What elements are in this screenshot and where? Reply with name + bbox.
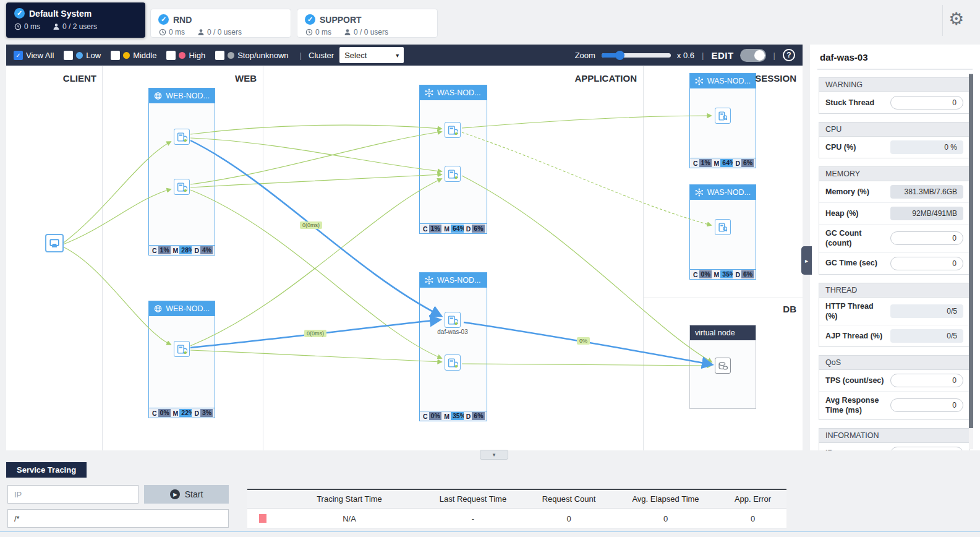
metric-label: HTTP Thread (%)	[825, 301, 887, 322]
edge-label: 0(0ms)	[300, 221, 322, 229]
checkbox-stop-unknown[interactable]: ✓	[215, 51, 224, 60]
web-node-group-2[interactable]: WEB-NOD... C0% M22% D3%	[148, 301, 215, 418]
session-instance-icon[interactable]	[715, 219, 731, 235]
section-header: QoS	[819, 356, 969, 370]
settings-gear-icon[interactable]: ⚙	[948, 11, 964, 28]
filter-low[interactable]: ✓ Low	[64, 51, 101, 60]
edit-toggle[interactable]	[740, 49, 766, 62]
was-node-group-2[interactable]: WAS-NOD... C0% M35% D6%	[419, 272, 487, 421]
section-information: INFORMATION IP HTTP Port 8480	[819, 428, 970, 451]
avg-elapsed-cell: 0	[612, 514, 719, 523]
was-instance-icon[interactable]	[445, 354, 461, 371]
session-instance-icon[interactable]	[715, 108, 731, 124]
section-header: THREAD	[819, 283, 969, 298]
system-name: SUPPORT	[320, 15, 362, 25]
high-status-dot	[179, 52, 185, 59]
metric-value: 0 %	[890, 140, 963, 154]
web-node-group-1[interactable]: WEB-NOD... C1% M28% D4%	[148, 88, 215, 256]
client-node-icon[interactable]	[45, 234, 64, 252]
node-group-title: WEB-NOD...	[166, 304, 210, 313]
metric-value: 0	[890, 96, 963, 110]
edge-label: 0(0ms)	[304, 330, 326, 337]
cluster-select[interactable]: Select ▾	[339, 47, 404, 63]
system-name: Default System	[29, 9, 92, 19]
toolbar-separator: |	[300, 51, 302, 60]
memory-stat: 64%	[451, 225, 464, 233]
toolbar-separator: |	[773, 51, 775, 60]
tracing-table: Tracing Start Time Last Request Time Req…	[247, 489, 786, 529]
system-card-rnd[interactable]: ✓ RND 0 ms 0 / 0 users	[150, 9, 291, 38]
zoom-label: Zoom	[575, 51, 595, 60]
node-detail-panel: daf-was-03 WARNING Stuck Thread 0 CPU CP…	[810, 45, 980, 450]
globe-icon	[154, 304, 162, 313]
table-row[interactable]: N/A - 0 0 0	[247, 509, 786, 529]
filter-stop-unknown[interactable]: ✓ Stop/unknown	[215, 51, 288, 60]
node-group-stats: C0% M35% D6%	[689, 269, 756, 280]
metric-label: Avg Response Time (ms)	[825, 395, 887, 416]
url-pattern-input[interactable]	[7, 509, 229, 528]
was-instance-icon[interactable]	[445, 122, 461, 138]
help-icon[interactable]: ?	[783, 49, 795, 61]
node-group-title: virtual node	[695, 329, 735, 337]
memory-stat: 35%	[451, 412, 464, 420]
filter-view-all[interactable]: ✓ View All	[14, 51, 54, 60]
was-cluster-icon	[695, 77, 704, 85]
checkbox-middle[interactable]: ✓	[111, 51, 120, 60]
apm-dashboard: ✓ Default System 0 ms 0 / 2 users ✓ RND …	[0, 0, 980, 537]
tracing-start-cell: N/A	[278, 514, 420, 523]
filter-high[interactable]: ✓ High	[166, 51, 205, 60]
ip-input[interactable]	[7, 485, 138, 504]
metric-label: GC Count (count)	[825, 228, 887, 249]
filter-middle[interactable]: ✓ Middle	[111, 51, 156, 60]
detail-panel-collapse-tab[interactable]: ▸	[801, 246, 812, 275]
zoom-slider-knob[interactable]	[615, 51, 624, 60]
node-group-title: WAS-NOD...	[707, 188, 751, 197]
node-group-stats: C0% M22% D3%	[148, 408, 215, 418]
node-group-title: WAS-NOD...	[437, 276, 480, 285]
chevron-down-icon: ▾	[396, 52, 399, 59]
user-icon	[344, 28, 351, 36]
cpu-stat: 0%	[158, 409, 171, 417]
detail-scrollbar-thumb[interactable]	[969, 74, 973, 428]
checkbox-high[interactable]: ✓	[166, 51, 176, 60]
was-cluster-icon	[425, 276, 433, 285]
disk-stat: 6%	[741, 270, 754, 278]
edge-label: 0%	[577, 337, 590, 345]
tab-service-tracing[interactable]: Service Tracing	[6, 462, 87, 478]
edit-toggle-knob[interactable]	[754, 50, 765, 61]
checkbox-low[interactable]: ✓	[64, 51, 73, 60]
was-node-group-1[interactable]: WAS-NOD... C1% M64% D6%	[419, 85, 487, 234]
section-header: MEMORY	[819, 167, 969, 181]
system-latency: 0 ms	[305, 28, 331, 37]
web-instance-icon[interactable]	[174, 179, 190, 195]
was-instance-icon-daf-was-03[interactable]	[445, 312, 461, 328]
start-tracing-button[interactable]: ▶ Start	[144, 485, 229, 504]
disk-stat: 4%	[200, 246, 213, 254]
section-header: INFORMATION	[819, 429, 969, 443]
system-card-default[interactable]: ✓ Default System 0 ms 0 / 2 users	[6, 2, 145, 38]
system-check-icon: ✓	[158, 14, 169, 25]
system-check-icon: ✓	[14, 8, 25, 19]
metric-label: Stuck Thread	[825, 98, 887, 108]
system-name: RND	[173, 15, 192, 25]
section-cpu: CPU CPU (%) 0 %	[819, 122, 970, 158]
checkbox-view-all[interactable]: ✓	[14, 51, 23, 60]
node-group-stats: C1% M28% D4%	[148, 245, 215, 256]
collapse-canvas-button[interactable]: ▾	[480, 450, 508, 460]
disk-stat: 6%	[472, 225, 485, 233]
ip-value-redacted	[890, 447, 963, 451]
system-card-support[interactable]: ✓ SUPPORT 0 ms 0 / 0 users	[297, 9, 438, 38]
web-instance-icon[interactable]	[174, 129, 190, 145]
tracing-table-header: Tracing Start Time Last Request Time Req…	[247, 490, 786, 509]
globe-icon	[154, 92, 162, 100]
was-instance-icon[interactable]	[445, 166, 461, 182]
service-tracing-panel: Service Tracing ▶ Start Tracing Start Ti…	[0, 458, 980, 537]
metric-value: 381.3MB/7.6GB	[890, 185, 963, 199]
web-instance-icon[interactable]	[174, 341, 190, 357]
chevron-down-icon: ▾	[493, 452, 496, 458]
zoom-slider[interactable]	[602, 53, 671, 58]
last-request-cell: -	[420, 514, 526, 523]
cpu-stat: 0%	[699, 270, 712, 278]
db-node-icon[interactable]	[715, 358, 731, 374]
was-cluster-icon	[425, 88, 433, 97]
